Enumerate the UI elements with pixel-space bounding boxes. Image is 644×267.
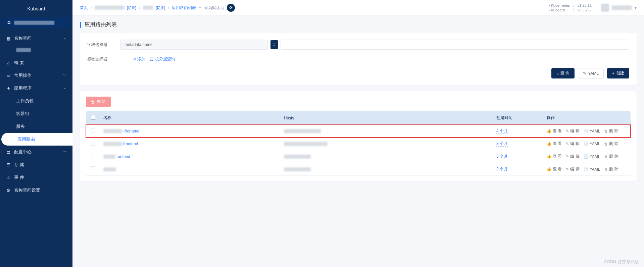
created-time: 4 个月: [496, 128, 508, 134]
table-row: 3 个月👍查 看✎编 辑📄YAML🗑删 除: [86, 163, 631, 176]
nav-apps[interactable]: ✈应用程序 ︿: [0, 82, 72, 95]
yaml-link[interactable]: 📄YAML: [584, 128, 600, 134]
delete-link[interactable]: 🗑删 除: [604, 166, 618, 172]
cluster-selector[interactable]: ⚙: [3, 17, 69, 28]
nav-config[interactable]: ≣配置中心 ﹀: [0, 146, 72, 158]
delete-link[interactable]: 🗑删 除: [604, 154, 618, 159]
nav-workloads[interactable]: 工作负载: [0, 95, 72, 107]
hierarchy-query-button[interactable]: ☷按分层查询: [150, 56, 175, 62]
view-link[interactable]: 👍查 看: [547, 154, 562, 159]
k8s-version: v1.25.11: [578, 3, 592, 7]
chevron-down-icon: ﹀: [63, 73, 66, 78]
edit-link[interactable]: ✎编 辑: [566, 166, 579, 172]
crumb-switch-2[interactable]: [切换]: [156, 5, 165, 10]
crumb-ns[interactable]: [143, 6, 153, 10]
database-icon: ☰: [6, 162, 11, 167]
created-time: 3 个月: [496, 141, 508, 147]
query-button[interactable]: ⌕查 询: [551, 68, 575, 78]
col-name: 名称: [100, 111, 281, 125]
chevron-up-icon: ︿: [63, 36, 66, 41]
refresh-button[interactable]: ⟳: [227, 4, 235, 12]
field-selector-label: 字段选择器: [87, 42, 120, 48]
ingress-name-link[interactable]: rontend: [116, 154, 130, 159]
field-key-select[interactable]: metadata.name: [120, 40, 268, 50]
ingress-name-link[interactable]: -frontend: [123, 129, 139, 134]
user-menu[interactable]: ▾: [601, 4, 637, 12]
nav-common-ops-label: 常用操作: [14, 72, 32, 78]
name-prefix-censored: [103, 142, 122, 146]
plus-doc-icon: ⎘: [134, 57, 136, 62]
row-actions: 👍查 看✎编 辑📄YAML🗑删 除: [547, 154, 627, 159]
folder-icon: ▭: [6, 73, 11, 78]
set-default-link[interactable]: 设为默认页: [204, 5, 224, 11]
yaml-link[interactable]: 📄YAML: [584, 141, 600, 147]
watermark: CSDN @东皋长歌: [604, 259, 639, 265]
row-checkbox[interactable]: [91, 154, 95, 158]
nav-services[interactable]: 服务: [0, 120, 72, 133]
crumb-home[interactable]: 首页: [80, 5, 88, 11]
home-icon: ⌂: [6, 60, 11, 65]
delete-link[interactable]: 🗑删 除: [604, 141, 618, 147]
doc-icon: 📄: [584, 154, 588, 159]
nav-pods[interactable]: 容器组: [0, 107, 72, 120]
tree-icon: ☷: [150, 57, 154, 62]
name-prefix-censored: [103, 129, 122, 133]
page-title: 应用路由列表: [85, 21, 117, 28]
nav-namespace-item[interactable]: [0, 45, 72, 56]
nav-ns-settings-label: 名称空间设置: [14, 187, 40, 193]
nav-namespace[interactable]: ▦名称空间 ︿: [0, 32, 72, 45]
row-checkbox[interactable]: [91, 141, 95, 146]
delete-link[interactable]: 🗑删 除: [604, 128, 618, 134]
trash-icon: 🗑: [604, 167, 608, 171]
gear-icon: ⚙: [7, 20, 11, 25]
batch-delete-button: 🗑删 除: [86, 97, 111, 107]
nav-events[interactable]: ♤事 件: [0, 171, 72, 184]
thumb-icon: 👍: [547, 154, 551, 159]
edit-link[interactable]: ✎编 辑: [566, 154, 579, 159]
nav-ns-settings[interactable]: ⚙名称空间设置: [0, 184, 72, 197]
add-selector-button[interactable]: ⎘添加: [134, 56, 145, 62]
ingress-table: 名称 Hosts 创建时间 操作 -frontend4 个月👍查 看✎编 辑📄Y…: [86, 111, 631, 176]
trash-icon: 🗑: [604, 155, 608, 159]
page-title-row: 应用路由列表: [80, 16, 637, 33]
nav-events-label: 事 件: [14, 174, 24, 180]
pencil-icon: ✎: [566, 154, 569, 159]
row-checkbox[interactable]: [91, 166, 95, 171]
operator-badge[interactable]: =: [270, 40, 278, 49]
edit-link[interactable]: ✎编 辑: [566, 128, 579, 134]
yaml-button[interactable]: ✎YAML: [578, 68, 604, 78]
nav-overview[interactable]: ⌂概 要: [0, 56, 72, 69]
crumb-switch-1[interactable]: [切换]: [127, 5, 136, 10]
host-censored: [284, 142, 328, 146]
pencil-icon: ✎: [566, 129, 569, 133]
edit-link[interactable]: ✎编 辑: [566, 141, 579, 147]
ingress-name-link[interactable]: frontend: [123, 142, 138, 146]
host-censored: [284, 167, 311, 171]
send-icon: ✈: [6, 86, 11, 91]
view-link[interactable]: 👍查 看: [547, 128, 562, 134]
nav-ingress[interactable]: 应用路由: [1, 133, 72, 146]
home-icon: ⌂: [199, 5, 201, 10]
row-checkbox[interactable]: [91, 128, 95, 133]
yaml-link[interactable]: 📄YAML: [584, 166, 600, 172]
col-hosts: Hosts: [281, 111, 493, 125]
table-card: 🗑删 除 名称 Hosts 创建时间 操作 -frontend4 个月👍查 看✎…: [80, 91, 637, 181]
checkbox-all[interactable]: [91, 115, 95, 120]
create-button[interactable]: +创建: [607, 68, 629, 78]
yaml-link[interactable]: 📄YAML: [584, 154, 600, 159]
view-link[interactable]: 👍查 看: [547, 166, 562, 172]
edit-icon: ✎: [583, 71, 586, 76]
field-value-input[interactable]: [281, 40, 629, 50]
crumb-cluster[interactable]: [95, 6, 124, 10]
chevron-up-icon: ︿: [63, 86, 66, 91]
host-censored: [284, 129, 321, 133]
nav-overview-label: 概 要: [14, 60, 24, 66]
search-icon: ⌕: [556, 71, 559, 76]
thumb-icon: 👍: [547, 142, 551, 146]
nav-storage[interactable]: ☰存 储: [0, 158, 72, 171]
trash-icon: 🗑: [604, 129, 608, 133]
name-prefix-censored: [103, 155, 115, 159]
view-link[interactable]: 👍查 看: [547, 141, 562, 147]
breadcrumb: 首页 › [切换] › [切换] › 应用路由列表 ⌂ 设为默认页 ⟳: [80, 4, 235, 12]
nav-common-ops[interactable]: ▭常用操作 ﹀: [0, 69, 72, 82]
